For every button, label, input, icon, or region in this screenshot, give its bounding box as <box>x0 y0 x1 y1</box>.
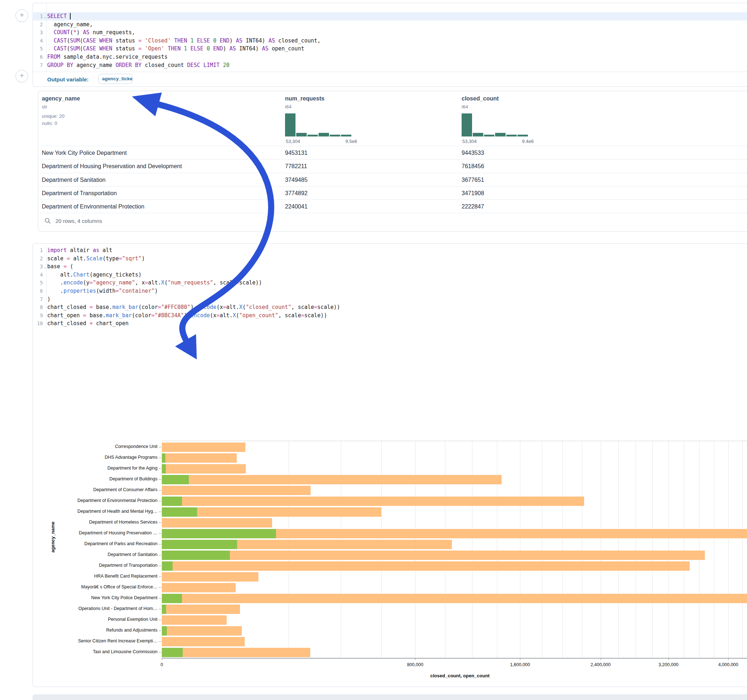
line-number: 4 <box>33 37 43 45</box>
x-tick <box>162 658 162 660</box>
y-axis-label: DHS Advantage Programs <box>33 455 157 460</box>
column-header: closed_count <box>461 95 499 102</box>
line-number: 3 <box>33 262 43 271</box>
line-number: 6 <box>33 53 43 61</box>
y-tick <box>159 501 161 501</box>
column-stat: nulls: 0 <box>42 121 57 126</box>
column-type: i64 <box>285 104 292 109</box>
histogram-bar <box>307 135 318 136</box>
code-line[interactable]: 3 COUNT(*) AS num_requests, <box>33 29 747 37</box>
code-line[interactable]: 6FROM sample_data.nyc.service_requests <box>33 53 747 61</box>
y-tick <box>159 458 161 458</box>
y-axis-label: Correspondence Unit <box>33 444 157 449</box>
gridline <box>668 441 669 658</box>
table-row[interactable]: Department of Transportation377489234719… <box>38 186 747 200</box>
plot-top-border <box>162 441 747 441</box>
table-row[interactable]: Department of Sanitation37494853677651 <box>38 173 747 187</box>
table-row[interactable]: Department of Environmental Protection22… <box>38 199 747 213</box>
fold-caret-icon[interactable]: ⌄ <box>44 263 46 271</box>
code-line[interactable]: 1⌄SELECT <box>33 12 747 21</box>
fold-caret-icon[interactable]: ⌄ <box>44 13 46 21</box>
bar-closed <box>162 551 705 560</box>
code-line[interactable]: 5 CAST(SUM(CASE WHEN status = 'Open' THE… <box>33 45 747 53</box>
bar-open <box>162 507 197 517</box>
y-axis-label: Operations Unit - Department of Hom… <box>33 606 157 611</box>
histogram-range-labels: 53,3049.5e6 <box>286 139 357 144</box>
code-line[interactable]: 7) <box>33 295 747 303</box>
y-axis-label: Department of Sanitation <box>33 552 157 557</box>
table-cell: 3774892 <box>285 187 307 200</box>
table-footer-divider <box>38 213 747 213</box>
gridline <box>636 441 636 658</box>
table-row[interactable]: Department of Housing Preservation and D… <box>38 159 747 173</box>
gridline <box>699 441 699 658</box>
bar-closed <box>162 572 259 582</box>
y-tick <box>159 641 161 642</box>
y-axis-label: Senior Citizen Rent Increase Exempti… <box>33 638 157 643</box>
y-tick <box>159 522 161 523</box>
bar-closed <box>162 453 237 463</box>
bar-closed <box>162 561 690 571</box>
table-cell: 2240041 <box>285 200 307 213</box>
gridline <box>542 441 542 658</box>
y-tick <box>159 576 161 577</box>
code-line[interactable]: 6 .properties(width="container") <box>33 287 747 295</box>
bar-closed <box>162 637 245 646</box>
x-axis-tick-label: 0 <box>161 662 163 667</box>
y-axis-label: Refunds and Adjustments <box>33 628 157 633</box>
bar-closed <box>162 605 240 614</box>
gridline <box>563 441 563 658</box>
y-tick <box>159 490 161 490</box>
sql-editor[interactable]: 1⌄SELECT 2 agency_name,3 COUNT(*) AS num… <box>33 12 747 72</box>
table-cell: 2222847 <box>461 200 484 213</box>
table-cell: 3749485 <box>285 173 307 187</box>
search-icon[interactable] <box>44 217 51 224</box>
y-tick <box>159 544 161 545</box>
y-axis-label: Department of Health and Mental Hyg… <box>33 509 157 514</box>
table-cell: 9453131 <box>285 146 307 160</box>
output-variable-chip[interactable]: agency_tickets <box>98 74 133 84</box>
python-editor[interactable]: 1import altair as alt2scale = alt.Scale(… <box>33 246 747 328</box>
code-line[interactable]: 5 .encode(y="agency_name", x=alt.X("num_… <box>33 279 747 287</box>
bar-open <box>162 496 182 506</box>
table-cell: 9443533 <box>461 146 484 160</box>
add-cell-button-output[interactable]: + <box>15 70 28 83</box>
bar-chart: Correspondence UnitDHS Advantage Program… <box>33 330 747 685</box>
bar-open <box>162 648 183 657</box>
line-number: 5 <box>33 279 43 287</box>
y-tick <box>159 587 161 588</box>
bar-closed <box>162 518 272 528</box>
code-line[interactable]: 8chart_closed = base.mark_bar(color="#FF… <box>33 303 747 311</box>
gridline <box>601 441 601 658</box>
table-row[interactable]: New York City Police Department945313194… <box>38 146 747 160</box>
histogram-bar <box>285 113 295 136</box>
line-number: 2 <box>33 21 43 29</box>
gridline <box>341 441 341 658</box>
next-cell-strip[interactable] <box>32 694 747 700</box>
code-line[interactable]: 9chart_open = base.mark_bar(color="#8BC3… <box>33 311 747 320</box>
table-cell: 3471908 <box>461 187 484 200</box>
y-axis-label: Personal Exemption Unit <box>33 617 157 622</box>
code-line[interactable]: 3⌄base = ( <box>33 262 747 271</box>
code-line[interactable]: 4 CAST(SUM(CASE WHEN status = 'Closed' T… <box>33 37 747 45</box>
column-header: agency_name <box>42 95 80 102</box>
code-line[interactable]: 2 agency_name, <box>33 21 747 29</box>
table-cell: 7618456 <box>461 160 484 173</box>
bar-closed <box>162 486 311 495</box>
code-line[interactable]: 7GROUP BY agency_name ORDER BY closed_co… <box>33 61 747 69</box>
histogram-bar <box>495 133 505 136</box>
bar-open <box>162 561 172 571</box>
y-tick <box>159 631 161 631</box>
add-cell-button-top[interactable]: + <box>15 9 28 22</box>
bar-open <box>162 605 166 614</box>
code-line[interactable]: 10chart_closed + chart_open <box>33 319 747 328</box>
code-line[interactable]: 1import altair as alt <box>33 246 747 255</box>
y-axis-label: HRA Benefit Card Replacement <box>33 573 157 579</box>
line-number: 7 <box>33 295 43 303</box>
code-line[interactable]: 2scale = alt.Scale(type="sqrt") <box>33 255 747 263</box>
gridline <box>497 441 497 658</box>
code-line[interactable]: 4 alt.Chart(agency_tickets) <box>33 271 747 279</box>
gridline <box>445 441 445 658</box>
bar-closed <box>162 616 227 625</box>
x-axis-tick-label: 800,000 <box>407 662 423 667</box>
